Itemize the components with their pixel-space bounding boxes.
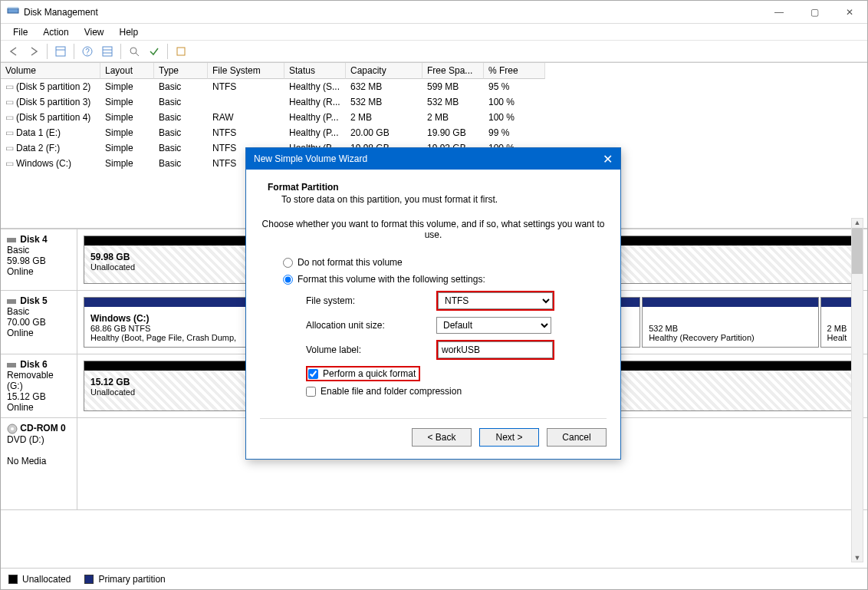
app-icon [7,5,19,19]
dialog-subheading: To store data on this partition, you mus… [281,194,607,205]
legend-unallocated: Unallocated [8,574,71,585]
svg-rect-0 [8,8,18,13]
svg-text:?: ? [85,48,90,56]
input-volume-label[interactable] [438,341,553,358]
svg-rect-12 [7,238,16,242]
radio-do-not-format[interactable]: Do not format this volume [283,257,607,268]
disk-info[interactable]: Disk 5 Basic 70.00 GB Online [1,291,77,354]
svg-point-9 [130,48,136,54]
toolbar-list-icon[interactable] [99,43,116,60]
scrollbar-vertical[interactable]: ▲ ▼ [851,218,863,562]
toolbar-view-icon[interactable] [52,43,69,60]
col-volume[interactable]: Volume [1,63,100,79]
svg-rect-2 [56,47,65,56]
titlebar: Disk Management — ▢ ✕ [1,1,867,24]
svg-line-10 [136,53,139,56]
menu-file[interactable]: File [5,25,35,39]
disk-info[interactable]: Disk 4 Basic 59.98 GB Online [1,229,77,290]
dialog-title: New Simple Volume Wizard [254,153,603,164]
col-type[interactable]: Type [154,63,208,79]
table-row[interactable]: ▭(Disk 5 partition 4)SimpleBasicRAWHealt… [1,110,867,125]
disk-info[interactable]: CD-ROM 0 DVD (D:) No Media [1,418,77,509]
window-controls: — ▢ ✕ [761,1,867,24]
table-row[interactable]: ▭Data 1 (E:)SimpleBasicNTFSHealthy (P...… [1,125,867,140]
col-status[interactable]: Status [284,63,346,79]
menu-help[interactable]: Help [112,25,146,39]
select-file-system[interactable]: NTFS [438,292,553,309]
svg-point-16 [11,427,14,430]
menu-view[interactable]: View [77,25,112,39]
svg-rect-1 [8,7,18,8]
table-row[interactable]: ▭(Disk 5 partition 3)SimpleBasicHealthy … [1,94,867,110]
checkbox-quick-format[interactable] [308,369,318,379]
window-title: Disk Management [24,7,761,18]
svg-rect-11 [177,48,185,55]
legend-primary: Primary partition [84,574,165,585]
col-pfree[interactable]: % Free [484,63,545,79]
table-row[interactable]: ▭(Disk 5 partition 2)SimpleBasicNTFSHeal… [1,79,867,94]
radio-input-format[interactable] [283,275,293,285]
col-fs[interactable]: File System [208,63,284,79]
help-icon[interactable]: ? [79,43,96,60]
toolbar: ? [1,41,867,62]
dialog-close-icon[interactable]: ✕ [603,152,613,166]
label-volume-label: Volume label: [306,344,436,355]
col-layout[interactable]: Layout [100,63,154,79]
maximize-button[interactable]: ▢ [797,1,832,24]
back-button[interactable]: < Back [412,428,472,447]
toolbar-search-icon[interactable] [126,43,143,60]
svg-rect-14 [7,363,16,368]
checkbox-compression[interactable] [306,387,316,397]
dialog-heading: Format Partition [268,182,607,193]
forward-icon[interactable] [25,43,42,60]
menu-action[interactable]: Action [35,25,76,39]
svg-rect-6 [103,47,112,56]
toolbar-check-icon[interactable] [146,43,163,60]
close-button[interactable]: ✕ [832,1,867,24]
col-free[interactable]: Free Spa... [422,63,484,79]
menubar: File Action View Help [1,24,867,41]
toolbar-action-icon[interactable] [173,43,189,60]
minimize-button[interactable]: — [761,1,797,24]
radio-format-with-settings[interactable]: Format this volume with the following se… [283,274,607,285]
statusbar: Unallocated Primary partition [1,568,867,589]
next-button[interactable]: Next > [479,428,539,447]
table-header: Volume Layout Type File System Status Ca… [1,63,867,79]
disk-info[interactable]: Disk 6 Removable (G:) 15.12 GB Online [1,354,77,417]
svg-rect-13 [7,299,16,304]
select-allocation-size[interactable]: Default [436,317,551,334]
label-quick-format: Perform a quick format [323,368,416,379]
col-capacity[interactable]: Capacity [346,63,422,79]
label-compression: Enable file and folder compression [321,386,462,397]
label-allocation-size: Allocation unit size: [306,320,436,331]
back-icon[interactable] [5,43,22,60]
radio-input-no-format[interactable] [283,258,293,268]
dialog-titlebar: New Simple Volume Wizard ✕ [246,148,620,170]
dialog-intro: Choose whether you want to format this v… [260,219,607,240]
new-simple-volume-wizard: New Simple Volume Wizard ✕ Format Partit… [245,147,621,460]
label-file-system: File system: [306,295,436,306]
cancel-button[interactable]: Cancel [547,428,607,447]
partition-recovery[interactable]: 532 MB Healthy (Recovery Partition) [642,297,818,348]
